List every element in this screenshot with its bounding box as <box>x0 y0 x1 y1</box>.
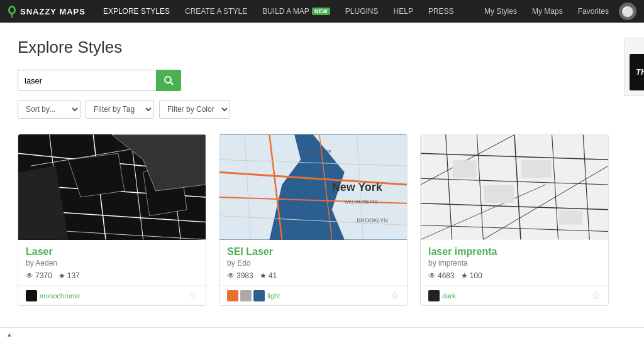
card-map-laser[interactable] <box>18 134 206 240</box>
card-footer-laser: monochrome ☆ <box>18 285 206 305</box>
chip-sei-1 <box>227 290 238 301</box>
nav-help[interactable]: HELP <box>386 0 421 23</box>
svg-rect-47 <box>521 160 552 178</box>
nav-favorites[interactable]: Favorites <box>570 0 616 23</box>
tag-label-sei: light <box>267 292 280 300</box>
card-author-imprenta: by imprenta <box>428 259 601 268</box>
svg-line-4 <box>170 82 173 85</box>
tag-filter-select[interactable]: Filter by Tag dark light monochrome <box>86 100 154 119</box>
views-stat-imprenta: 👁 4683 <box>428 271 455 280</box>
views-count-imprenta: 4683 <box>438 271 455 280</box>
stars-stat-laser: ★ 137 <box>58 271 80 280</box>
views-stat-sei: 👁 3983 <box>227 271 253 280</box>
tag-label-laser: monochrome <box>40 292 80 300</box>
svg-rect-45 <box>453 160 477 178</box>
nav-create-style[interactable]: CREATE A STYLE <box>177 0 255 23</box>
views-count-laser: 7370 <box>35 271 52 280</box>
svg-marker-16 <box>18 166 68 239</box>
svg-point-1 <box>10 8 14 13</box>
svg-rect-2 <box>11 14 13 18</box>
card-title-laser[interactable]: Laser <box>26 246 198 257</box>
color-chips-laser <box>26 290 37 301</box>
ad-banner[interactable]: THE LAST OF US STREAM THE FIGHTFOR HUMAN… <box>630 54 644 90</box>
sort-select[interactable]: Sort by... Most Views Most Stars Newest <box>18 100 80 119</box>
svg-text:BROOKLYN: BROOKLYN <box>357 217 388 224</box>
stars-count-imprenta: 100 <box>470 271 482 280</box>
nav-press[interactable]: PRESS <box>421 0 462 23</box>
nav-right: My Styles My Maps Favorites ⚪ <box>477 0 636 23</box>
card-body-sei: SEI Laser by Edo 👁 3983 ★ 41 <box>219 240 407 285</box>
card-tag-sei: light <box>227 290 280 301</box>
stars-count-laser: 137 <box>67 271 80 280</box>
card-map-sei[interactable]: New York BROOKLYN EAST VILLAGE WILLIAMSB… <box>219 134 407 240</box>
card-map-imprenta[interactable] <box>421 134 608 240</box>
card-title-sei[interactable]: SEI Laser <box>227 246 399 257</box>
search-row <box>18 70 609 91</box>
user-avatar[interactable]: ⚪ <box>619 3 636 20</box>
star-icon: ★ <box>58 271 65 280</box>
card-tag-laser: monochrome <box>26 290 80 301</box>
card-body-laser: Laser by Aeden 👁 7370 ★ 137 <box>18 240 206 285</box>
svg-point-3 <box>165 77 171 83</box>
card-footer-sei: light ☆ <box>219 285 407 305</box>
card-laser: Laser by Aeden 👁 7370 ★ 137 <box>18 134 206 306</box>
new-badge: NEW <box>312 8 330 15</box>
nav-build-map[interactable]: BUILD A MAP NEW <box>255 0 338 23</box>
nav-explore-styles[interactable]: EXPLORE STYLES <box>96 0 177 23</box>
svg-marker-14 <box>68 153 124 197</box>
ad-box: ADVERTISEMENT THE LAST OF US STREAM THE … <box>624 38 644 96</box>
color-filter-select[interactable]: Filter by Color Black White Blue <box>159 100 230 119</box>
site-logo[interactable]: SNAZZY MAPS <box>8 5 86 18</box>
nav-my-maps[interactable]: My Maps <box>525 0 570 23</box>
favorite-star-imprenta[interactable]: ☆ <box>592 290 601 301</box>
star-icon: ★ <box>260 271 267 280</box>
card-stats-imprenta: 👁 4683 ★ 100 <box>428 271 601 280</box>
card-imprenta: laser imprenta by imprenta 👁 4683 ★ 100 <box>420 134 609 306</box>
svg-marker-18 <box>219 135 301 240</box>
color-chips-imprenta <box>428 290 440 301</box>
star-icon: ★ <box>461 271 468 280</box>
tag-label-imprenta: dark <box>442 292 455 300</box>
filter-row: Sort by... Most Views Most Stars Newest … <box>18 100 609 119</box>
svg-rect-48 <box>559 210 583 225</box>
left-panel: Explore Styles Sort by... Most Views Mos… <box>18 38 609 306</box>
favorite-star-laser[interactable]: ☆ <box>189 290 198 301</box>
chip-imprenta-1 <box>428 290 440 301</box>
views-stat-laser: 👁 7370 <box>26 271 52 280</box>
stars-stat-sei: ★ 41 <box>260 271 277 280</box>
logo-text: SNAZZY MAPS <box>20 7 86 16</box>
color-chips-sei <box>227 290 265 301</box>
ad-label: ADVERTISEMENT <box>630 43 644 50</box>
navbar: SNAZZY MAPS EXPLORE STYLES CREATE A STYL… <box>0 0 644 23</box>
search-input[interactable] <box>18 70 156 91</box>
svg-marker-17 <box>112 135 206 191</box>
card-sei-laser: New York BROOKLYN EAST VILLAGE WILLIAMSB… <box>219 134 408 306</box>
favorite-star-sei[interactable]: ☆ <box>391 290 399 301</box>
nav-build-map-label: BUILD A MAP <box>262 7 309 16</box>
stars-stat-imprenta: ★ 100 <box>461 271 482 280</box>
svg-text:New York: New York <box>332 181 382 193</box>
card-footer-imprenta: dark ☆ <box>421 285 608 305</box>
card-stats-sei: 👁 3983 ★ 41 <box>227 271 399 280</box>
eye-icon: 👁 <box>227 271 235 280</box>
nav-plugins[interactable]: PLUGINS <box>338 0 386 23</box>
page-title: Explore Styles <box>18 38 609 57</box>
card-author-sei: by Edo <box>227 259 399 268</box>
card-body-imprenta: laser imprenta by imprenta 👁 4683 ★ 100 <box>421 240 608 285</box>
eye-icon: 👁 <box>26 271 33 280</box>
chip-sei-3 <box>253 290 265 301</box>
search-button[interactable] <box>156 70 181 91</box>
card-author-laser: by Aeden <box>26 259 198 268</box>
ad-title-block: THE LAST OF US <box>636 68 644 77</box>
search-icon <box>164 75 174 85</box>
right-panel: ADVERTISEMENT THE LAST OF US STREAM THE … <box>624 38 644 306</box>
svg-text:EAST VILLAGE: EAST VILLAGE <box>301 149 331 154</box>
card-title-imprenta[interactable]: laser imprenta <box>428 246 601 257</box>
views-count-sei: 3983 <box>236 271 253 280</box>
chip-laser-1 <box>26 290 37 301</box>
nav-my-styles[interactable]: My Styles <box>477 0 525 23</box>
nav-links: EXPLORE STYLES CREATE A STYLE BUILD A MA… <box>96 0 477 23</box>
main-content: Explore Styles Sort by... Most Views Mos… <box>0 23 644 306</box>
card-stats-laser: 👁 7370 ★ 137 <box>26 271 198 280</box>
card-tag-imprenta: dark <box>428 290 455 301</box>
